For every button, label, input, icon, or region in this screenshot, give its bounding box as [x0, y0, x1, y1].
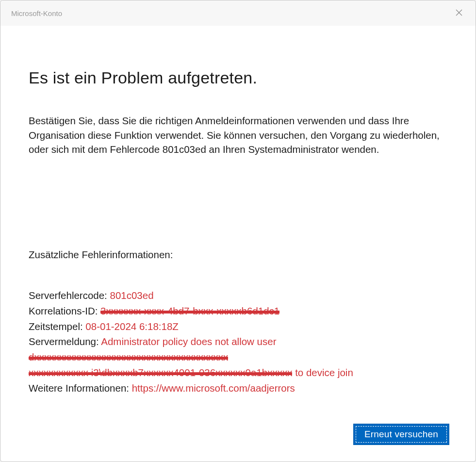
additional-info-header: Zusätzliche Fehlerinformationen: — [29, 249, 447, 261]
server-message-redacted-2: xxxxxxxxxxxx i3\dbxxxxb7xxxxxx4001-036xx… — [29, 367, 292, 378]
server-message-redacted-1: dxxxxxxxxxxxxxxxxxxxxxxxxxxxxxxxxxxxxxxx — [29, 351, 228, 363]
error-description: Bestätigen Sie, dass Sie die richtigen A… — [29, 114, 447, 157]
titlebar: Microsoft-Konto — [0, 0, 476, 26]
button-row: Erneut versuchen — [353, 424, 449, 445]
close-icon — [456, 9, 462, 17]
correlation-label: Korrelations-ID: — [29, 305, 100, 316]
server-error-label: Serverfehlercode: — [29, 290, 110, 301]
server-message-line-2: xxxxxxxxxxxx i3\dbxxxxb7xxxxxx4001-036xx… — [29, 365, 447, 380]
more-info-line: Weitere Informationen: https://www.micro… — [29, 380, 447, 396]
close-button[interactable] — [449, 5, 469, 21]
server-message-line-1: Servermeldung: Administrator policy does… — [29, 334, 447, 365]
more-info-url[interactable]: https://www.microsoft.com/aadjerrors — [132, 382, 295, 394]
server-message-label: Servermeldung: — [29, 336, 101, 347]
server-message-suffix: to device join — [292, 367, 353, 378]
window-title: Microsoft-Konto — [11, 9, 62, 17]
retry-button[interactable]: Erneut versuchen — [353, 424, 449, 445]
correlation-line: Korrelations-ID: 3xxxxxxx-xxxx-4bd7-bxxx… — [29, 303, 447, 319]
timestamp-value: 08-01-2024 6:18:18Z — [85, 321, 178, 332]
timestamp-line: Zeitstempel: 08-01-2024 6:18:18Z — [29, 319, 447, 334]
microsoft-account-dialog: Microsoft-Konto Es ist ein Problem aufge… — [0, 0, 476, 462]
server-error-line: Serverfehlercode: 801c03ed — [29, 288, 447, 303]
error-heading: Es ist ein Problem aufgetreten. — [29, 68, 447, 87]
timestamp-label: Zeitstempel: — [29, 321, 85, 332]
correlation-value: 3xxxxxxx-xxxx-4bd7-bxxx-xxxxxb6d1dc1 — [100, 305, 279, 316]
error-details-block: Serverfehlercode: 801c03ed Korrelations-… — [29, 288, 447, 396]
dialog-content: Es ist ein Problem aufgetreten. Bestätig… — [0, 26, 476, 462]
server-error-value: 801c03ed — [110, 290, 154, 301]
more-info-label: Weitere Informationen: — [29, 382, 132, 394]
server-message-prefix: Administrator policy does not allow user — [101, 336, 276, 347]
